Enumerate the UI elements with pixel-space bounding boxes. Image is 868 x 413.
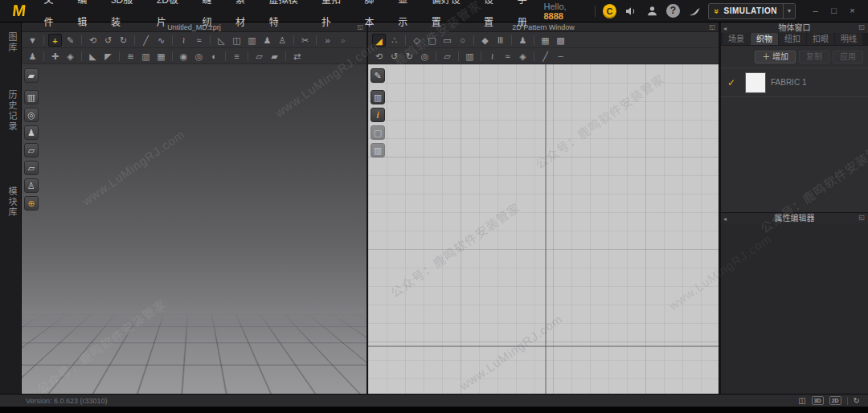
overflow-icon[interactable]: » — [321, 34, 334, 47]
steam-icon[interactable]: ≋ — [124, 50, 137, 63]
pleats-icon[interactable]: Ⅲ — [493, 34, 507, 47]
show-garment-icon[interactable]: ▥ — [463, 50, 477, 63]
minimize-button[interactable]: – — [808, 5, 823, 18]
pin-curve-icon[interactable]: ∿ — [154, 34, 168, 47]
cloth-a-icon[interactable]: ▱ — [24, 143, 39, 157]
snap-icon[interactable]: ◎ — [418, 50, 432, 63]
solidify-garment-icon[interactable]: ▥ — [139, 50, 153, 63]
menu-display[interactable]: 显示 — [391, 0, 424, 34]
rearrange-icon[interactable]: ↺ — [101, 34, 115, 47]
iron-icon[interactable]: ▱ — [440, 50, 454, 63]
tab-scene[interactable]: 场景 — [723, 33, 750, 45]
ghost-pattern-icon[interactable]: ▢ — [371, 125, 385, 140]
rail-tab-history[interactable]: 历史记录 — [6, 90, 18, 132]
buttonhole-icon[interactable]: ◎ — [192, 50, 206, 63]
view-3d-button[interactable]: 3D — [812, 396, 824, 405]
user-account-icon[interactable] — [645, 4, 660, 18]
grid-strong-icon[interactable]: ▩ — [554, 34, 567, 47]
sync-button[interactable]: ↻ — [854, 396, 860, 406]
rotate-180-icon[interactable]: ↻ — [403, 50, 416, 63]
free-sewing-icon[interactable]: ≈ — [192, 34, 206, 47]
zipper-icon[interactable]: ≡ — [230, 50, 244, 63]
pattern-canvas-2d[interactable]: ✎▥i▢▥ — [368, 64, 719, 394]
stitch-tool-icon[interactable]: ◎ — [24, 108, 39, 122]
menu-material[interactable]: 素材 — [228, 0, 262, 34]
menu-avatar[interactable]: 虚拟模特 — [262, 0, 314, 34]
arrange-vest-icon[interactable]: ▥ — [245, 34, 259, 47]
collapse-panel-icon[interactable]: ◂ — [723, 214, 727, 225]
select-move-icon[interactable]: + — [48, 34, 62, 47]
apply-button[interactable]: 应用 — [833, 51, 863, 63]
rail-tab-modular[interactable]: 模块库 — [6, 186, 18, 218]
arrange-avatar-icon[interactable]: ♙ — [276, 34, 289, 47]
drape-icon[interactable]: ◣ — [86, 50, 100, 63]
globe-icon[interactable]: ⊕ — [24, 196, 39, 211]
free-sewing-icon[interactable]: ≈ — [501, 50, 514, 63]
dashed-line-icon[interactable]: ┄ — [554, 50, 567, 63]
fold-arrangement-icon[interactable]: ◺ — [215, 34, 228, 47]
transform-pattern-icon[interactable]: ◢ — [372, 34, 386, 47]
fabric-list-item[interactable]: ✓ FABRIC 1 — [721, 68, 868, 97]
reset-all-icon[interactable]: ↻ — [117, 34, 130, 47]
property-editor-titlebar[interactable]: ◂ 属性编辑器 ◱ — [721, 212, 868, 223]
avatar-move-icon[interactable]: ✚ — [48, 50, 62, 63]
segment-sewing-icon[interactable]: ≀ — [177, 34, 190, 47]
overflow-more-icon[interactable]: » — [336, 34, 350, 47]
menu-3d-garment[interactable]: 3D服装 — [104, 0, 149, 34]
symmetry-icon[interactable]: ⇄ — [290, 50, 304, 63]
popout-icon[interactable]: ◱ — [858, 214, 865, 222]
rotate-cw-icon[interactable]: ↺ — [387, 50, 401, 63]
close-button[interactable]: × — [845, 5, 860, 18]
collapse-panel-icon[interactable]: ◂ — [723, 23, 727, 34]
view-2d-button[interactable]: 2D — [829, 396, 841, 405]
menu-preferences[interactable]: 偏好设置 — [424, 0, 477, 34]
object-window-titlebar[interactable]: ◂ 物体窗口 ◱ — [721, 22, 868, 33]
maximize-button[interactable]: □ — [826, 5, 841, 18]
simulation-dropdown-caret[interactable]: ▾ — [783, 4, 795, 18]
edit-pattern-icon[interactable]: ∴ — [387, 34, 401, 47]
add-button[interactable]: ＋ 增加 — [755, 51, 796, 63]
menu-sewing[interactable]: 缝纫 — [194, 0, 228, 34]
arrange-pants-icon[interactable]: ◫ — [230, 34, 244, 47]
polygon-icon[interactable]: ▢ — [425, 34, 439, 47]
tab-buttonhole[interactable]: 扣眼 — [807, 33, 834, 45]
speaker-icon[interactable] — [624, 4, 638, 18]
garment-icon[interactable]: ▥ — [371, 90, 385, 104]
simulation-button[interactable]: » SIMULATION ▾ — [708, 3, 796, 19]
menu-script[interactable]: 脚本 — [358, 0, 391, 34]
fabric-checkmark-icon[interactable]: ✓ — [727, 77, 745, 88]
avatar-tool-icon[interactable]: ♟ — [24, 125, 39, 140]
menu-settings[interactable]: 设置 — [477, 0, 510, 34]
sewing-group-icon[interactable]: ◈ — [516, 50, 530, 63]
walk-avatar-icon[interactable]: ♟ — [26, 50, 39, 63]
tab-fabric[interactable]: 织物 — [751, 33, 778, 45]
select-mesh-icon[interactable]: ✎ — [63, 34, 77, 47]
drape-all-icon[interactable]: ◤ — [101, 50, 115, 63]
mannequin-icon[interactable]: ♙ — [24, 178, 39, 193]
fabric-tool-icon[interactable]: ▰ — [24, 68, 39, 83]
simulate-icon[interactable]: ▼ — [26, 34, 39, 47]
stylus-icon[interactable]: ✎ — [371, 68, 385, 83]
segment-sewing-icon[interactable]: ≀ — [485, 50, 499, 63]
arrange-shirt-icon[interactable]: ♟ — [260, 34, 274, 47]
avatar-pose-icon[interactable]: ◈ — [63, 50, 77, 63]
flatten-solid-icon[interactable]: ▰ — [268, 50, 281, 63]
menu-retopology[interactable]: 重拓扑 — [314, 0, 357, 34]
cloth-b-icon[interactable]: ▱ — [24, 161, 39, 175]
split-view-button[interactable]: ◫ — [798, 396, 805, 406]
coin-icon[interactable]: C — [603, 4, 617, 18]
dart-icon[interactable]: ◆ — [478, 34, 492, 47]
popout-icon[interactable]: ◱ — [858, 23, 865, 31]
fasten-button-icon[interactable]: ◐ — [207, 50, 221, 63]
fabric-swatch[interactable] — [745, 72, 766, 93]
grid-icon[interactable]: ▦ — [538, 34, 552, 47]
tab-topstitch[interactable]: 明线 — [835, 33, 862, 45]
rotate-ccw-icon[interactable]: ⟲ — [372, 50, 386, 63]
garment-tool-icon[interactable]: ▥ — [24, 90, 39, 104]
ghost-garment-icon[interactable]: ▥ — [371, 143, 385, 157]
reset-position-icon[interactable]: ⟲ — [86, 34, 100, 47]
menu-edit[interactable]: 编辑 — [70, 0, 104, 34]
show-avatar-icon[interactable]: ♟ — [516, 34, 530, 47]
menu-manual[interactable]: 手册 — [510, 0, 544, 34]
tape-measure-icon[interactable]: ✂ — [298, 34, 312, 47]
